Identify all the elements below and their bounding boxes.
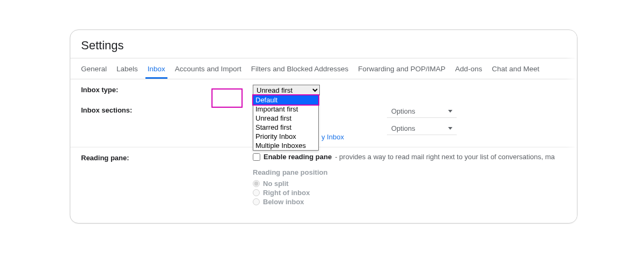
label-reading-pane: Reading pane: <box>81 153 253 207</box>
inbox-type-dropdown: Default Important first Unread first Sta… <box>253 95 319 151</box>
options-label-2: Options <box>391 124 415 132</box>
section-inbox-sections: Inbox sections: Options Options y Inbox <box>70 100 577 147</box>
enable-reading-pane-checkbox[interactable] <box>253 153 260 161</box>
tab-forwarding[interactable]: Forwarding and POP/IMAP <box>358 59 445 78</box>
options-label-1: Options <box>391 107 415 115</box>
tab-addons[interactable]: Add-ons <box>455 59 482 78</box>
section-reading-pane: Reading pane: Enable reading pane - prov… <box>70 147 577 214</box>
section-inbox-type: Inbox type: Unread first Default Importa… <box>70 79 577 100</box>
caret-down-icon <box>448 110 452 113</box>
link-inbox-partial[interactable]: y Inbox <box>321 130 344 141</box>
tab-accounts[interactable]: Accounts and Import <box>175 59 241 78</box>
tab-chat[interactable]: Chat and Meet <box>492 59 539 78</box>
opt-priority-inbox[interactable]: Priority Inbox <box>253 132 318 141</box>
page-title: Settings <box>70 30 577 58</box>
radio-right-label: Right of inbox <box>263 189 310 197</box>
sections-options-1[interactable]: Options <box>387 105 457 118</box>
radio-below-label: Below inbox <box>263 198 304 206</box>
enable-reading-pane-label: Enable reading pane <box>264 153 332 161</box>
radio-below-inbox <box>253 198 260 205</box>
opt-important-first[interactable]: Important first <box>253 105 318 114</box>
opt-default[interactable]: Default <box>253 95 318 105</box>
reading-pane-position-block: Reading pane position No split Right of … <box>253 168 566 206</box>
opt-multiple-inboxes[interactable]: Multiple Inboxes <box>253 141 318 150</box>
label-inbox-type: Inbox type: <box>81 85 253 95</box>
inbox-type-select[interactable]: Unread first <box>253 85 320 95</box>
inbox-type-select-wrap: Unread first Default Important first Unr… <box>253 85 320 95</box>
label-inbox-sections: Inbox sections: <box>81 105 253 139</box>
tabs-bar: General Labels Inbox Accounts and Import… <box>70 58 577 79</box>
radio-no-split-label: No split <box>263 180 289 188</box>
enable-reading-pane-desc: - provides a way to read mail right next… <box>335 153 555 161</box>
tab-filters[interactable]: Filters and Blocked Addresses <box>251 59 349 78</box>
tab-general[interactable]: General <box>81 59 107 78</box>
settings-panel: Settings General Labels Inbox Accounts a… <box>70 29 577 224</box>
caret-down-icon <box>448 127 452 130</box>
sections-options-2[interactable]: Options <box>387 122 457 135</box>
radio-right-of-inbox <box>253 189 260 196</box>
reading-pane-position-title: Reading pane position <box>253 168 566 176</box>
opt-starred-first[interactable]: Starred first <box>253 123 318 132</box>
opt-unread-first[interactable]: Unread first <box>253 114 318 123</box>
tab-inbox[interactable]: Inbox <box>148 59 165 78</box>
tab-labels[interactable]: Labels <box>116 59 138 78</box>
radio-no-split <box>253 180 260 187</box>
